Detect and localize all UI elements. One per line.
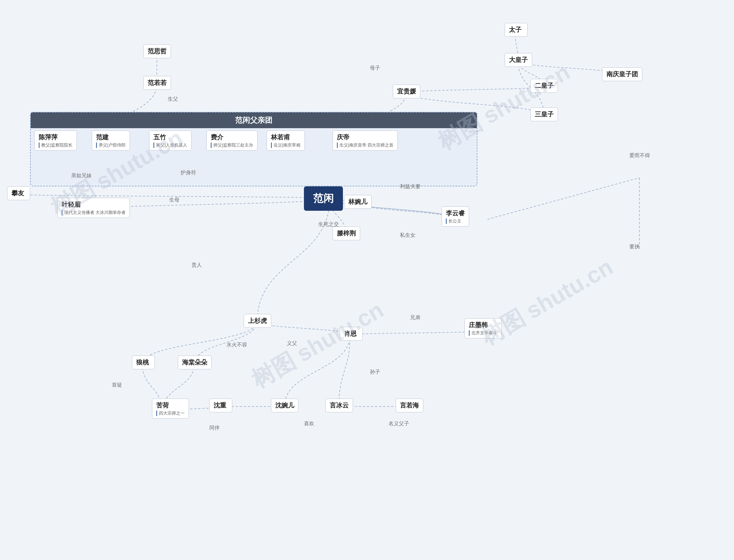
node-linwaner[interactable]: 林婉儿 (344, 195, 372, 209)
node-sub-kuhe: 四大宗师之一 (156, 411, 185, 416)
node-title-sanhuangzi: 三皇子 (535, 110, 554, 119)
node-title-erhuangzi: 二皇子 (535, 81, 554, 90)
node-feijie[interactable]: 费介师父|监察院三处主办 (206, 130, 257, 151)
node-sheliu[interactable]: 攀友 (7, 186, 30, 200)
node-title-xiaohen: 肖恩 (344, 329, 357, 338)
node-fansi[interactable]: 范思哲 (143, 44, 171, 58)
node-fanruoruo[interactable]: 范若若 (143, 76, 171, 90)
node-erhuangzi[interactable]: 二皇子 (530, 79, 558, 93)
node-dahuangzi[interactable]: 大皇子 (505, 53, 532, 67)
label-11: 贵人 (192, 262, 202, 268)
node-tengzeying[interactable]: 滕梓荆 (333, 227, 360, 240)
node-kuhe[interactable]: 苦荷四大宗师之一 (152, 399, 189, 419)
svg-line-1 (487, 178, 639, 219)
node-shangshanhu[interactable]: 上杉虎 (244, 314, 271, 328)
node-sub-liyunrui: 长公主 (446, 218, 461, 224)
node-sub-qingdi: 生父|南庆皇帝 四大宗师之首 (337, 143, 393, 148)
node-sub-chenping: 教父|监察院院长 (39, 143, 73, 148)
node-sub-wuzhu: 舅父|人形机器人 (153, 143, 187, 148)
label-16: 名义父子 (389, 420, 409, 427)
node-title-haitang: 海棠朵朵 (182, 358, 207, 367)
node-title-feijie: 费介 (211, 133, 223, 142)
node-title-chenping: 陈萍萍 (39, 133, 58, 142)
node-title-yeqingmei: 叶轻眉 (62, 200, 81, 209)
node-yanBingyun[interactable]: 言冰云 (325, 399, 353, 412)
node-title-langtao: 狼桃 (136, 358, 149, 367)
node-title-tengzeying: 滕梓荆 (337, 229, 356, 238)
node-title-nanqing: 南庆皇子团 (606, 70, 638, 79)
node-sanhuangzi[interactable]: 三皇子 (530, 108, 558, 121)
node-taizi[interactable]: 太子 (505, 23, 528, 37)
node-langtao[interactable]: 狼桃 (132, 356, 155, 369)
node-title-yanruohai: 言若海 (400, 401, 419, 410)
node-sub-fanjian: 养父|户部侍郎 (96, 143, 126, 148)
node-liyunrui[interactable]: 李云睿长公主 (442, 206, 469, 227)
node-title-taizi: 太子 (509, 26, 522, 34)
node-wuzhu[interactable]: 五竹舅父|人形机器人 (149, 130, 192, 151)
node-xiaohen[interactable]: 肖恩 (340, 327, 363, 341)
node-title-shangshanhu: 上杉虎 (248, 317, 267, 325)
label-10: 要挟 (629, 243, 640, 250)
node-title-linwaner: 林婉儿 (348, 198, 367, 206)
label-7: 利益夫妻 (400, 183, 421, 190)
node-title-qingdi: 庆帝 (337, 133, 350, 142)
node-nanqing[interactable]: 南庆皇子团 (602, 67, 642, 81)
label-0: 生父 (168, 95, 178, 102)
node-sub-feijie: 师父|监察院三处主办 (211, 143, 253, 148)
node-yeqingmei[interactable]: 叶轻眉现代主义传播者 大冰川期幸存者 (57, 198, 130, 218)
node-center-fanxian[interactable]: 范闲 (304, 186, 343, 211)
node-title-linruofu: 林若甫 (271, 133, 290, 142)
node-title-yanBingyun: 言冰云 (330, 401, 349, 410)
node-title-sheliu: 攀友 (11, 189, 24, 198)
label-6: 母子 (370, 65, 380, 71)
label-14: 兄弟 (410, 314, 420, 321)
label-1: 亲如兄妹 (71, 172, 92, 179)
node-qingdi[interactable]: 庆帝生父|南庆皇帝 四大宗师之首 (333, 130, 398, 151)
node-shenzhong[interactable]: 沈重 (209, 399, 232, 412)
node-title-dahuangzi: 大皇子 (509, 56, 528, 64)
node-title-fanruoruo: 范若若 (148, 79, 167, 87)
node-title-liyunrui: 李云睿 (446, 209, 465, 218)
label-18: 首徒 (112, 381, 122, 388)
node-title-shenwan: 沈婉儿 (275, 401, 294, 410)
node-zhuangmo[interactable]: 庄墨韩北齐文学泰斗 (464, 318, 501, 338)
node-title-shenzhong: 沈重 (214, 401, 226, 410)
node-title-kuhe: 苦荷 (156, 401, 169, 410)
label-12: 水火不容 (227, 341, 247, 348)
watermark-2: 树图 shutu.cn (246, 295, 389, 395)
label-17: 喜欢 (304, 420, 314, 427)
label-3: 生母 (169, 196, 179, 203)
node-fanjian[interactable]: 范建养父|户部侍郎 (92, 130, 130, 151)
node-chenping[interactable]: 陈萍萍教父|监察院院长 (34, 130, 77, 151)
node-title-fansi: 范思哲 (148, 47, 167, 56)
node-sub-linruofu: 岳父|南庆宰相 (271, 143, 300, 148)
node-title-fanjian: 范建 (96, 133, 109, 142)
label-13: 义父 (287, 340, 297, 347)
label-5: 生死之交 (318, 221, 339, 228)
node-yigui[interactable]: 宜贵媛 (393, 85, 420, 98)
node-title-yigui: 宜贵媛 (397, 87, 416, 96)
node-linruofu[interactable]: 林若甫岳父|南庆宰相 (267, 130, 305, 151)
label-2: 护身符 (181, 169, 196, 176)
label-19: 同伴 (209, 424, 220, 431)
node-sub-yeqingmei: 现代主义传播者 大冰川期幸存者 (62, 210, 126, 215)
label-8: 私生女 (400, 232, 415, 239)
center-title: 范闲 (313, 192, 334, 206)
group-header: 范闲父亲团 (31, 112, 477, 128)
node-haitang[interactable]: 海棠朵朵 (178, 356, 212, 369)
node-shenwan[interactable]: 沈婉儿 (271, 399, 298, 412)
node-title-zhuangmo: 庄墨韩 (469, 321, 488, 329)
node-yanruohai[interactable]: 言若海 (396, 399, 423, 412)
label-9: 爱而不得 (629, 152, 650, 159)
node-title-wuzhu: 五竹 (153, 133, 166, 142)
label-15: 孙子 (370, 368, 380, 375)
node-sub-zhuangmo: 北齐文学泰斗 (469, 330, 497, 336)
